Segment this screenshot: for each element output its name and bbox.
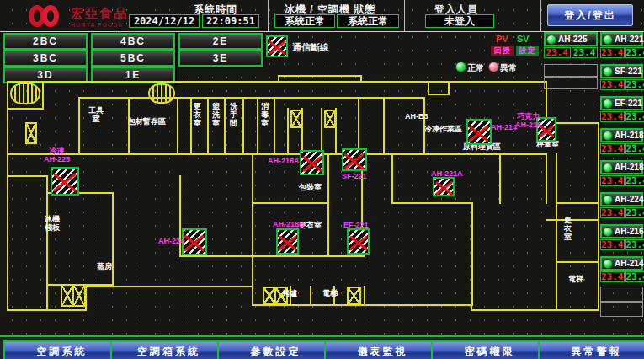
room-label: 包裝室 bbox=[299, 183, 322, 191]
plan-wall bbox=[321, 108, 322, 155]
unit-name-label: AH-221A bbox=[615, 35, 644, 44]
unit-pv-value: 23.4 bbox=[600, 143, 625, 154]
ahu-offline-icon-ah-214[interactable] bbox=[466, 119, 492, 145]
floor-button-2e[interactable]: 2E bbox=[178, 33, 263, 50]
plan-wall bbox=[358, 97, 359, 155]
unit-status-ef-221[interactable]: EF-221 bbox=[600, 96, 643, 110]
elevator-shaft-icon bbox=[25, 122, 37, 144]
plan-wall bbox=[448, 81, 450, 95]
ahu-offline-icon-sf-221[interactable] bbox=[342, 148, 367, 171]
plan-wall bbox=[207, 97, 209, 155]
unit-led-icon bbox=[603, 163, 613, 173]
plan-wall bbox=[46, 175, 48, 311]
nav-button-2[interactable]: 空調箱系統 bbox=[110, 340, 227, 359]
plan-wall bbox=[177, 97, 178, 155]
ahu-offline-icon-ah-218b[interactable] bbox=[276, 228, 299, 255]
ahu-offline-icon-ah-225[interactable] bbox=[51, 167, 79, 196]
nav-button-1[interactable]: 空調系統 bbox=[3, 340, 120, 359]
elevator-shaft-icon bbox=[347, 287, 361, 305]
plan-wall bbox=[112, 192, 114, 286]
plan-wall bbox=[42, 81, 44, 110]
unit-status-ah-218b[interactable]: AH-218B bbox=[600, 160, 643, 174]
plan-wall bbox=[128, 97, 130, 155]
plan-wall bbox=[7, 175, 47, 177]
unit-status-sf-221[interactable]: SF-221 bbox=[600, 64, 643, 78]
ahu-offline-icon-ah-224[interactable] bbox=[182, 228, 207, 255]
plan-wall bbox=[252, 202, 329, 204]
floor-button-5bc[interactable]: 5BC bbox=[91, 50, 175, 67]
login-logout-button[interactable]: 登入/登出 bbox=[547, 4, 633, 26]
unit-sv-value: 23.4 bbox=[625, 111, 644, 122]
nav-button-5[interactable]: 密碼權限 bbox=[431, 340, 548, 359]
unit-led-icon bbox=[603, 259, 613, 269]
unit-sv-value: 23.4 bbox=[625, 175, 644, 186]
plan-wall bbox=[556, 202, 598, 204]
unit-name-label: EF-221 bbox=[615, 99, 642, 108]
plan-wall bbox=[278, 75, 279, 83]
floor-button-2bc[interactable]: 2BC bbox=[3, 33, 88, 50]
elevator-shaft-icon bbox=[61, 284, 86, 307]
equipment-label: AH-214 bbox=[491, 123, 517, 131]
unit-pv-value: 23.4 bbox=[600, 47, 625, 58]
unit-values: 23.423.4 bbox=[600, 143, 643, 154]
unit-status-ah-225[interactable]: AH-225 bbox=[544, 32, 598, 46]
comm-error-legend-label: 通信斷線 bbox=[292, 41, 329, 54]
plan-wall bbox=[278, 75, 362, 77]
ahu-offline-icon-ah-218a[interactable] bbox=[300, 150, 324, 175]
nav-button-4[interactable]: 儀表監視 bbox=[324, 340, 441, 359]
unit-status-ah-221a[interactable]: AH-221A bbox=[600, 32, 643, 46]
empty-unit-slot bbox=[544, 77, 598, 89]
unit-status-ah-216[interactable]: AH-216 bbox=[600, 224, 643, 238]
plan-wall bbox=[252, 153, 253, 287]
unit-led-icon bbox=[603, 227, 613, 237]
plan-wall bbox=[598, 122, 599, 311]
room-label: 電梯 bbox=[568, 275, 583, 283]
plan-wall bbox=[257, 97, 258, 155]
unit-values: 23.423.4 bbox=[600, 239, 643, 250]
unit-status-ah-224[interactable]: AH-224 bbox=[600, 192, 643, 206]
floor-button-3e[interactable]: 3E bbox=[178, 50, 263, 67]
unit-name-label: AH-225 bbox=[558, 35, 587, 44]
room-label: 包材暫存區 bbox=[128, 117, 166, 126]
unit-led-icon bbox=[603, 99, 613, 109]
ahu-offline-icon-ah-221a[interactable] bbox=[433, 177, 455, 196]
equipment-label: AH-218A bbox=[268, 157, 300, 165]
unit-status-ah-214[interactable]: AH-214 bbox=[600, 256, 643, 271]
plan-wall bbox=[360, 75, 362, 83]
equipment-label: AH-218B bbox=[273, 220, 305, 228]
stairs-icon bbox=[148, 83, 175, 104]
unit-led-icon bbox=[603, 195, 613, 205]
empty-unit-slot bbox=[544, 64, 598, 77]
unit-led-icon bbox=[603, 131, 613, 141]
floor-button-3bc[interactable]: 3BC bbox=[3, 50, 88, 67]
unit-sv-value: 23.4 bbox=[625, 47, 644, 58]
empty-unit-slot bbox=[600, 287, 643, 302]
equipment-label: 巧克力 AH-216 bbox=[515, 112, 541, 129]
unit-led-icon bbox=[603, 35, 613, 45]
unit-values: 23.423.4 bbox=[600, 111, 643, 122]
plan-wall bbox=[78, 97, 80, 155]
system-date-value: 2024/12/12 bbox=[129, 14, 200, 28]
plan-wall bbox=[556, 261, 598, 263]
ahu-offline-icon-ef-221[interactable] bbox=[347, 228, 370, 255]
divider bbox=[540, 0, 541, 31]
room-label: 冰機 棧板 bbox=[45, 215, 60, 232]
unit-values: 23.423.4 bbox=[544, 47, 598, 58]
plan-wall bbox=[546, 153, 547, 204]
pv-header-label: PV bbox=[496, 34, 508, 44]
unit-name-label: AH-224 bbox=[615, 195, 643, 204]
unit-sv-value: 23.4 bbox=[572, 47, 599, 58]
bottom-nav-bar: 空調系統空調箱系統參數設定儀表監視密碼權限異常警報 bbox=[0, 335, 644, 359]
room-label: 洗手間 bbox=[229, 102, 238, 127]
unit-status-ah-218a[interactable]: AH-218A bbox=[600, 128, 643, 142]
unit-pv-value: 23.4 bbox=[600, 207, 625, 218]
divider bbox=[404, 0, 405, 31]
nav-button-3[interactable]: 參數設定 bbox=[217, 340, 334, 359]
equipment-label: SF-221 bbox=[342, 172, 367, 180]
plan-wall bbox=[391, 202, 473, 204]
plan-wall bbox=[391, 153, 393, 204]
nav-button-6[interactable]: 異常警報 bbox=[538, 340, 644, 359]
floor-button-4bc[interactable]: 4BC bbox=[91, 33, 175, 50]
plan-wall bbox=[7, 81, 8, 311]
plan-wall bbox=[364, 286, 365, 306]
